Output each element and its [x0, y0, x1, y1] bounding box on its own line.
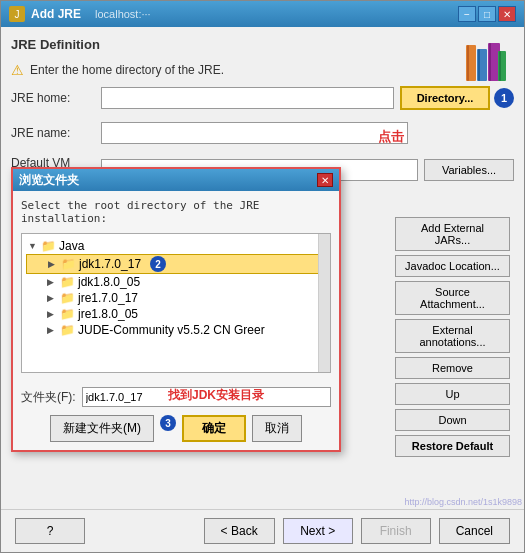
tree-item[interactable]: ▶ 📁 JUDE-Community v5.5.2 CN Greer	[26, 322, 326, 338]
jre-warning: ⚠ Enter the home directory of the JRE.	[11, 62, 514, 78]
warning-text: Enter the home directory of the JRE.	[30, 63, 224, 77]
browse-content: Select the root directory of the JREinst…	[13, 191, 339, 381]
restore-default-button[interactable]: Restore Default	[395, 435, 510, 457]
jre-name-row: JRE name:	[11, 122, 514, 144]
folder-icon: 📁	[60, 291, 75, 305]
browse-dialog-title: 浏览文件夹	[19, 172, 79, 189]
tree-label: jre1.7.0_17	[78, 291, 138, 305]
finish-button[interactable]: Finish	[361, 518, 431, 544]
folder-icon: 📁	[60, 275, 75, 289]
tree-arrow: ▶	[47, 277, 57, 287]
minimize-button[interactable]: −	[458, 6, 476, 22]
browse-title-bar: 浏览文件夹 ✕	[13, 169, 339, 191]
svg-rect-5	[489, 43, 491, 81]
tree-container[interactable]: ▼ 📁 Java ▶ 📁 jdk1.7.0_17 2 ▶ 📁	[21, 233, 331, 373]
source-attachment-button[interactable]: Source Attachment...	[395, 281, 510, 315]
folder-icon: 📁	[60, 323, 75, 337]
jre-home-row: JRE home: Directory... 1	[11, 86, 514, 110]
jre-name-label: JRE name:	[11, 126, 101, 140]
window-title: Add JRE	[31, 7, 81, 21]
up-button[interactable]: Up	[395, 383, 510, 405]
right-buttons-panel: Add External JARs... Javadoc Location...…	[395, 217, 510, 457]
cancel-button[interactable]: Cancel	[439, 518, 510, 544]
title-bar: J Add JRE localhost:··· − □ ✕	[1, 1, 524, 27]
window-title-extra: localhost:···	[95, 8, 151, 20]
title-bar-left: J Add JRE localhost:···	[9, 6, 151, 22]
next-button[interactable]: Next >	[283, 518, 353, 544]
tree-arrow: ▶	[47, 293, 57, 303]
tree-item[interactable]: ▶ 📁 jre1.8.0_05	[26, 306, 326, 322]
find-jdk-annotation: 找到JDK安装目录	[168, 387, 264, 404]
add-external-jars-button[interactable]: Add External JARs...	[395, 217, 510, 251]
tree-arrow: ▼	[28, 241, 38, 251]
tree-arrow: ▶	[47, 309, 57, 319]
jre-name-input[interactable]	[101, 122, 408, 144]
browse-close-button[interactable]: ✕	[317, 173, 333, 187]
browse-dialog: 浏览文件夹 ✕ Select the root directory of the…	[11, 167, 341, 452]
close-button[interactable]: ✕	[498, 6, 516, 22]
watermark: http://blog.csdn.net/1s1k9898	[404, 497, 522, 507]
click-annotation: 点击	[378, 128, 404, 146]
section-title: JRE Definition	[11, 37, 514, 52]
cancel-browse-button[interactable]: 取消	[252, 415, 302, 442]
help-button[interactable]: ?	[15, 518, 85, 544]
new-folder-button[interactable]: 新建文件夹(M)	[50, 415, 154, 442]
annotation-num3: 3	[160, 415, 176, 431]
annotation-num1: 1	[494, 88, 514, 108]
main-content: JRE Definition ⚠ Enter the home director…	[1, 27, 524, 509]
tree-label: JUDE-Community v5.5.2 CN Greer	[78, 323, 265, 337]
tree-item[interactable]: ▶ 📁 jre1.7.0_17	[26, 290, 326, 306]
jre-home-label: JRE home:	[11, 91, 101, 105]
tree-arrow: ▶	[47, 325, 57, 335]
bottom-bar: ? < Back Next > Finish Cancel	[1, 509, 524, 552]
remove-button[interactable]: Remove	[395, 357, 510, 379]
javadoc-location-button[interactable]: Javadoc Location...	[395, 255, 510, 277]
tree-label: Java	[59, 239, 84, 253]
jre-icon: J	[9, 6, 25, 22]
svg-rect-1	[467, 45, 469, 81]
directory-button[interactable]: Directory...	[400, 86, 490, 110]
window-controls: − □ ✕	[458, 6, 516, 22]
back-button[interactable]: < Back	[204, 518, 275, 544]
books-decoration-icon	[462, 37, 510, 85]
down-button[interactable]: Down	[395, 409, 510, 431]
maximize-button[interactable]: □	[478, 6, 496, 22]
tree-label: jdk1.8.0_05	[78, 275, 140, 289]
variables-button[interactable]: Variables...	[424, 159, 514, 181]
external-annotations-button[interactable]: External annotations...	[395, 319, 510, 353]
svg-rect-7	[499, 51, 501, 81]
add-jre-window: J Add JRE localhost:··· − □ ✕ JRE Defini…	[0, 0, 525, 553]
folder-icon: 📁	[61, 257, 76, 271]
folder-icon: 📁	[41, 239, 56, 253]
browse-instruction: Select the root directory of the JREinst…	[21, 199, 331, 225]
tree-item[interactable]: ▶ 📁 jdk1.7.0_17 2	[26, 254, 326, 274]
tree-arrow: ▶	[48, 259, 58, 269]
browse-buttons: 新建文件夹(M) 3 确定 取消	[13, 411, 339, 450]
tree-label: jdk1.7.0_17	[79, 257, 141, 271]
folder-label: 文件夹(F):	[21, 389, 76, 406]
warning-icon: ⚠	[11, 62, 24, 78]
tree-label: jre1.8.0_05	[78, 307, 138, 321]
folder-icon: 📁	[60, 307, 75, 321]
annotation-num2: 2	[150, 256, 166, 272]
svg-rect-3	[478, 49, 480, 81]
tree-item[interactable]: ▼ 📁 Java	[26, 238, 326, 254]
tree-item[interactable]: ▶ 📁 jdk1.8.0_05	[26, 274, 326, 290]
ok-button[interactable]: 确定	[182, 415, 246, 442]
scrollbar[interactable]	[318, 234, 330, 372]
jre-home-input[interactable]	[101, 87, 394, 109]
